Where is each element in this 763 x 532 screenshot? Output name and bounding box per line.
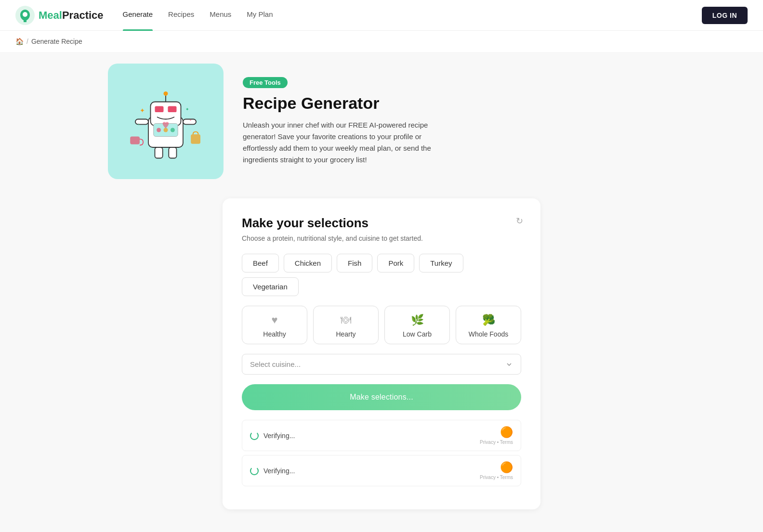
cf-cloud-icon-1: 🟠 — [500, 426, 513, 439]
svg-rect-4 — [155, 106, 164, 113]
protein-vegetarian[interactable]: Vegetarian — [242, 277, 299, 296]
free-tools-badge: Free Tools — [243, 77, 288, 88]
nav-generate[interactable]: Generate — [123, 10, 153, 20]
navbar: MealPractice Generate Recipes Menus My P… — [0, 0, 763, 31]
verify-text-1: Verifying... — [263, 432, 295, 440]
login-button[interactable]: LOG IN — [702, 7, 748, 24]
logo[interactable]: MealPractice — [15, 6, 104, 25]
card-title: Make your selections — [242, 216, 521, 231]
svg-text:+: + — [138, 122, 140, 127]
healthy-label: Healthy — [263, 330, 286, 338]
wholefoods-label: Whole Foods — [469, 330, 508, 338]
cf-cloud-icon-2: 🟠 — [500, 461, 513, 474]
nutrition-lowcarb[interactable]: 🌿 Low Carb — [384, 306, 450, 344]
breadcrumb: 🏠 / Generate Recipe — [0, 31, 763, 52]
hero-image: ✦ ✦ + + — [108, 64, 224, 179]
svg-text:✦: ✦ — [140, 107, 145, 114]
cf-links-1: Privacy • Terms — [480, 440, 513, 445]
selection-card: ↻ Make your selections Choose a protein,… — [223, 198, 540, 509]
hero-content: Free Tools Recipe Generator Unleash your… — [243, 77, 655, 166]
nav-menus[interactable]: Menus — [210, 10, 231, 20]
cuisine-select[interactable]: Select cuisine... Italian Mexican Asian … — [242, 354, 521, 375]
card-subtitle: Choose a protein, nutritional style, and… — [242, 234, 521, 242]
svg-text:✦: ✦ — [185, 107, 189, 112]
hero-title: Recipe Generator — [243, 94, 655, 113]
protein-row: Beef Chicken Fish Pork Turkey Vegetarian — [242, 254, 521, 296]
nutrition-wholefoods[interactable]: 🥦 Whole Foods — [456, 306, 521, 344]
protein-pork[interactable]: Pork — [377, 254, 414, 272]
svg-rect-17 — [191, 134, 200, 144]
svg-point-12 — [164, 128, 168, 132]
hearty-icon: 🍽 — [341, 314, 351, 326]
nutrition-healthy[interactable]: ♥ Healthy — [242, 306, 307, 344]
hero-section: ✦ ✦ + + Free Tools Recipe Generator Unle… — [108, 64, 655, 179]
verify-text-2: Verifying... — [263, 467, 295, 475]
verify-block-1: Verifying... 🟠 Privacy • Terms — [242, 420, 521, 451]
cf-links-2: Privacy • Terms — [480, 475, 513, 480]
cloudflare-logo-2: 🟠 Privacy • Terms — [480, 461, 513, 480]
logo-text: MealPractice — [39, 9, 104, 22]
main-content: ✦ ✦ + + Free Tools Recipe Generator Unle… — [92, 52, 671, 521]
protein-beef[interactable]: Beef — [242, 254, 279, 272]
breadcrumb-current: Generate Recipe — [31, 38, 82, 45]
svg-rect-14 — [155, 147, 163, 158]
nutrition-hearty[interactable]: 🍽 Hearty — [313, 306, 379, 344]
verify-left-2: Verifying... — [250, 467, 295, 475]
svg-text:+: + — [190, 118, 192, 122]
nav-recipes[interactable]: Recipes — [168, 10, 194, 20]
lowcarb-icon: 🌿 — [411, 314, 424, 326]
lowcarb-label: Low Carb — [403, 330, 432, 338]
verify-spinner-2 — [250, 467, 259, 475]
cloudflare-logo-1: 🟠 Privacy • Terms — [480, 426, 513, 445]
breadcrumb-separator: / — [26, 38, 28, 45]
svg-rect-16 — [130, 137, 140, 144]
home-icon[interactable]: 🏠 — [15, 38, 24, 45]
verify-left-1: Verifying... — [250, 431, 295, 440]
make-selections-button[interactable]: Make selections... — [242, 384, 521, 410]
protein-fish[interactable]: Fish — [337, 254, 372, 272]
verify-spinner-1 — [250, 431, 259, 440]
svg-point-1 — [23, 12, 27, 17]
nav-links: Generate Recipes Menus My Plan — [123, 10, 702, 20]
svg-rect-5 — [168, 106, 177, 113]
svg-point-11 — [157, 128, 161, 132]
healthy-icon: ♥ — [271, 314, 277, 326]
svg-point-7 — [164, 91, 168, 96]
hearty-label: Hearty — [336, 330, 355, 338]
robot-illustration: ✦ ✦ + + — [122, 78, 209, 165]
hero-description: Unleash your inner chef with our FREE AI… — [243, 119, 445, 166]
svg-rect-3 — [151, 102, 181, 126]
wholefoods-icon: 🥦 — [482, 314, 495, 326]
protein-turkey[interactable]: Turkey — [419, 254, 463, 272]
svg-point-13 — [171, 128, 175, 132]
protein-chicken[interactable]: Chicken — [284, 254, 332, 272]
refresh-icon[interactable]: ↻ — [516, 216, 523, 226]
nutrition-row: ♥ Healthy 🍽 Hearty 🌿 Low Carb 🥦 Whole Fo… — [242, 306, 521, 344]
verify-block-2: Verifying... 🟠 Privacy • Terms — [242, 455, 521, 486]
svg-rect-15 — [169, 147, 176, 158]
logo-icon — [15, 6, 35, 25]
nav-myplan[interactable]: My Plan — [247, 10, 273, 20]
